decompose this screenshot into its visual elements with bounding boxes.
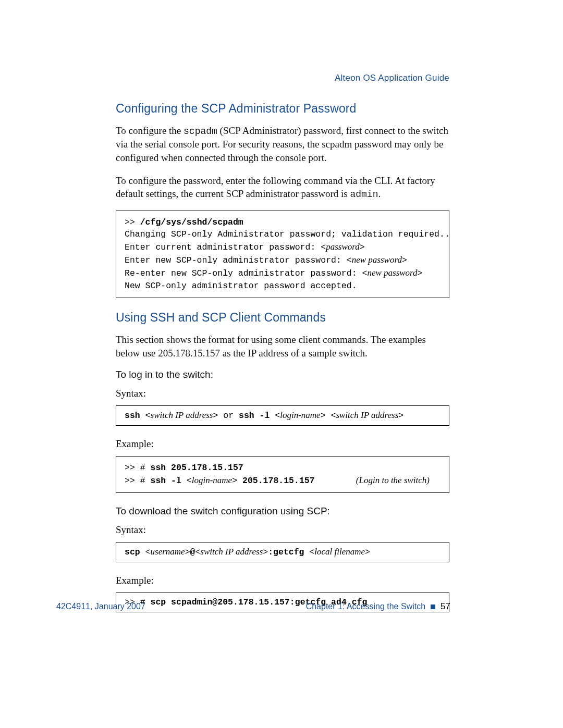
- example-label: Example:: [116, 438, 449, 450]
- code-text: >: [418, 268, 423, 278]
- code-italic: login-name: [192, 475, 232, 485]
- subsection-login: To log in to the switch:: [116, 369, 449, 380]
- code-text: Re-enter new SCP-only administrator pass…: [125, 268, 362, 278]
- page-number: 57: [440, 601, 450, 612]
- syntax-label: Syntax:: [116, 388, 449, 399]
- code-block-ssh-example: >> # ssh 205.178.15.157 >> # ssh -l <log…: [116, 456, 449, 493]
- code-italic: username: [151, 547, 185, 557]
- section-heading-scp-password: Configuring the SCP Administrator Passwo…: [116, 102, 449, 116]
- code-bold: scp: [125, 547, 145, 557]
- code-text: >: [398, 411, 403, 421]
- code-text: New SCP-only administrator password acce…: [125, 281, 357, 291]
- code-block-scpadm: >> /cfg/sys/sshd/scpadm Changing SCP-onl…: [116, 211, 449, 299]
- content-area: Configuring the SCP Administrator Passwo…: [116, 102, 449, 612]
- paragraph: To configure the scpadm (SCP Administrat…: [116, 124, 449, 165]
- code-bold: @: [190, 547, 195, 557]
- page-body: Alteon OS Application Guide Configuring …: [116, 73, 449, 625]
- code-text: Changing SCP-only Administrator password…: [125, 229, 449, 239]
- code-text: >> #: [125, 463, 151, 473]
- code-text: >: [213, 411, 223, 421]
- code-text: or: [223, 411, 239, 421]
- paragraph: To configure the password, enter the fol…: [116, 174, 449, 201]
- footer-chapter: Chapter 1: Accessing the Switch: [306, 602, 425, 611]
- code-text: <: [145, 547, 151, 557]
- text: .: [378, 188, 381, 199]
- code-block-ssh-syntax: ssh <switch IP address> or ssh -l <login…: [116, 405, 449, 426]
- code-bold: ssh: [125, 411, 145, 421]
- code-text: <: [321, 242, 326, 252]
- footer-right: Chapter 1: Accessing the Switch 57: [306, 601, 450, 612]
- syntax-label: Syntax:: [116, 524, 449, 536]
- code-italic: password: [326, 242, 360, 252]
- code-bold: ssh -l: [151, 476, 187, 486]
- footer-docid: 42C4911, January 2007: [56, 602, 145, 611]
- code-text: >: [185, 547, 190, 557]
- page-footer: 42C4911, January 2007 Chapter 1: Accessi…: [56, 601, 450, 612]
- code-text: >: [263, 547, 268, 557]
- paragraph: This section shows the format for using …: [116, 333, 449, 360]
- running-head: Alteon OS Application Guide: [335, 73, 449, 83]
- code-bold: :getcfg: [268, 547, 309, 557]
- code-italic: new password: [352, 255, 402, 265]
- code-italic: switch IP address: [200, 547, 263, 557]
- code-bold: 205.178.15.157: [242, 476, 315, 486]
- code-text: >> #: [125, 476, 151, 486]
- code-bold: ssh 205.178.15.157: [151, 463, 243, 473]
- code-block-scp-syntax: scp <username>@<switch IP address>:getcf…: [116, 542, 449, 562]
- inline-code: scpadm: [183, 126, 217, 137]
- code-text: Enter current administrator password:: [125, 242, 321, 252]
- code-text: <: [347, 255, 352, 265]
- code-text: <: [362, 268, 367, 278]
- inline-code: admin: [350, 189, 378, 200]
- code-bold: ssh -l: [239, 411, 275, 421]
- code-text: <: [309, 547, 314, 557]
- code-text: >: [232, 476, 242, 486]
- square-bullet-icon: [431, 604, 435, 609]
- code-italic: switch IP address: [336, 410, 398, 420]
- code-text: <: [275, 411, 280, 421]
- code-italic: login-name: [280, 410, 320, 420]
- code-text: Enter new SCP-only administrator passwor…: [125, 255, 347, 265]
- section-heading-ssh-scp: Using SSH and SCP Client Commands: [116, 311, 449, 325]
- code-text: <: [145, 411, 151, 421]
- subsection-download: To download the switch configuration usi…: [116, 505, 449, 517]
- code-text: >: [360, 242, 365, 252]
- code-italic: switch IP address: [151, 410, 213, 420]
- code-text: >: [365, 547, 370, 557]
- text: To configure the: [116, 125, 183, 136]
- example-label: Example:: [116, 575, 449, 586]
- text: To configure the password, enter the fol…: [116, 175, 435, 200]
- code-text: <: [195, 547, 200, 557]
- code-italic: (Login to the switch): [356, 475, 430, 485]
- code-text: >>: [125, 217, 140, 227]
- code-bold: /cfg/sys/sshd/scpadm: [140, 217, 243, 227]
- code-italic: new password: [367, 268, 417, 278]
- code-text: [315, 476, 356, 486]
- code-italic: local filename: [314, 547, 365, 557]
- code-text: > <: [321, 411, 336, 421]
- code-text: <: [187, 476, 192, 486]
- code-text: >: [402, 255, 407, 265]
